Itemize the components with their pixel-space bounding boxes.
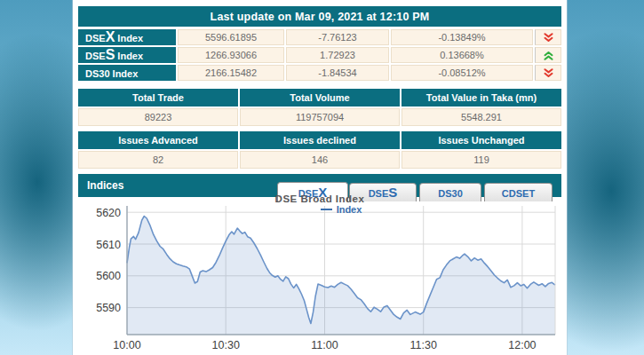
index-chart: Index 559056005610562010:0010:3011:0011:…: [73, 197, 567, 355]
indices-section-title: Indices: [87, 179, 123, 192]
issues-advanced-value: 82: [78, 151, 238, 169]
index-percent-cell: -0.13849%: [391, 29, 533, 45]
last-update-text: Last update on Mar 09, 2021 at 12:10 PM: [211, 11, 430, 23]
index-name-cell: DS30 Index: [78, 65, 176, 81]
issues-declined-value: 146: [240, 151, 400, 169]
last-update-banner: Last update on Mar 09, 2021 at 12:10 PM: [78, 6, 561, 27]
trend-icon-cell: [535, 47, 561, 63]
index-name-prefix: DSE: [85, 33, 106, 43]
index-change-cell: -1.84534: [286, 65, 389, 81]
page-background: Last update on Mar 09, 2021 at 12:10 PM …: [0, 0, 644, 355]
total-taka-value: 5548.291: [402, 108, 561, 126]
index-table: DSEX Index 5596.61895 -7.76123 -0.13849%…: [78, 29, 561, 81]
svg-text:11:00: 11:00: [311, 339, 338, 351]
index-name-cell: DSES Index: [78, 47, 176, 63]
total-trade-value: 89223: [78, 108, 238, 126]
index-row: DSES Index 1266.93066 1.72923 0.13668%: [78, 47, 561, 63]
legend-line-icon: [321, 209, 332, 210]
index-name-big-letter: S: [106, 47, 115, 62]
index-value-cell: 5596.61895: [178, 29, 284, 45]
totals-header-row: Total Trade Total Volume Total Value in …: [78, 89, 561, 106]
issues-value-row: 82 146 119: [78, 151, 561, 169]
index-row: DSEX Index 5596.61895 -7.76123 -0.13849%: [78, 29, 561, 45]
issues-header-cell: Issues Advanced: [78, 131, 238, 149]
svg-text:11:30: 11:30: [410, 339, 437, 351]
chart-title: DSE Broad Index: [73, 193, 567, 204]
svg-text:10:30: 10:30: [212, 339, 240, 351]
index-change-cell: 1.72923: [286, 47, 389, 63]
totals-header-cell: Total Value in Taka (mn): [402, 89, 561, 106]
index-name-suffix: Index: [115, 51, 143, 61]
totals-value-row: 89223 119757094 5548.291: [78, 108, 561, 126]
legend-label: Index: [337, 204, 362, 215]
index-change-cell: -7.76123: [286, 29, 389, 45]
index-percent-cell: -0.08512%: [391, 65, 533, 81]
svg-text:5600: 5600: [96, 270, 121, 282]
trend-icon: [544, 33, 553, 43]
index-value-cell: 2166.15482: [178, 65, 284, 81]
svg-text:5620: 5620: [96, 207, 121, 219]
index-name-suffix: Index: [115, 33, 143, 43]
issues-unchanged-value: 119: [402, 151, 561, 169]
svg-text:12:00: 12:00: [508, 339, 536, 351]
svg-text:10:00: 10:00: [113, 339, 140, 351]
index-percent-cell: 0.13668%: [391, 47, 533, 63]
total-volume-value: 119757094: [240, 108, 400, 126]
chart-plot-area: 559056005610562010:0010:3011:0011:3012:0…: [73, 197, 567, 355]
trend-icon-cell: [535, 65, 561, 81]
market-summary-panel: Last update on Mar 09, 2021 at 12:10 PM …: [73, 0, 567, 355]
issues-header-cell: Issues Unchanged: [402, 131, 561, 149]
svg-text:5610: 5610: [96, 239, 121, 251]
issues-header-cell: Issues declined: [240, 131, 400, 149]
totals-header-cell: Total Trade: [78, 89, 238, 106]
index-name-prefix: DSE: [85, 51, 106, 61]
trend-icon-cell: [535, 29, 561, 45]
index-name-prefix: DS30: [85, 68, 110, 79]
totals-header-cell: Total Volume: [240, 89, 400, 106]
issues-header-row: Issues Advanced Issues declined Issues U…: [78, 131, 561, 149]
trend-icon: [544, 68, 553, 78]
svg-text:5590: 5590: [96, 302, 121, 314]
index-row: DS30 Index 2166.15482 -1.84534 -0.08512%: [78, 65, 561, 81]
index-name-big-letter: X: [106, 29, 115, 44]
index-name-suffix: Index: [110, 68, 139, 79]
chart-legend: Index: [127, 204, 555, 215]
index-name-cell: DSEX Index: [78, 29, 176, 45]
trend-icon: [544, 51, 553, 60]
index-value-cell: 1266.93066: [178, 47, 284, 63]
